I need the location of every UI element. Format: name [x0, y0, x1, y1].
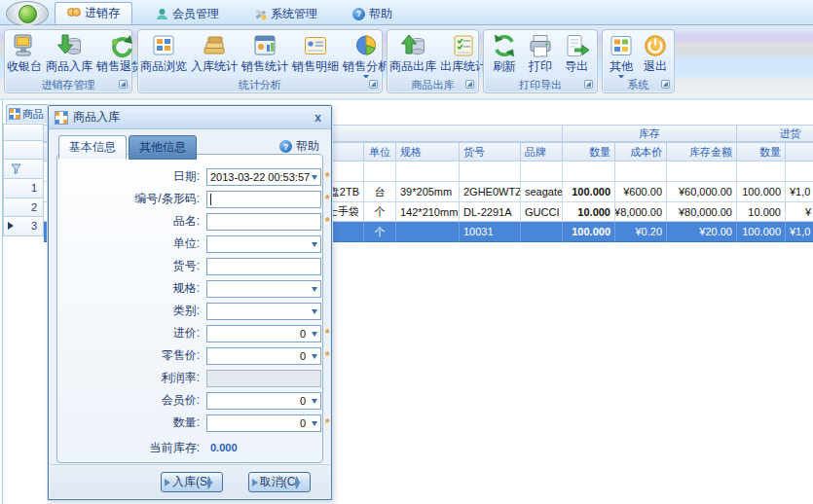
- column-header-unit[interactable]: 单位: [364, 142, 396, 162]
- cashier-button[interactable]: 收银台: [5, 32, 44, 74]
- field-row-barcode: 编号/条形码: *: [57, 188, 322, 210]
- filter-cell[interactable]: [460, 162, 521, 182]
- goods-stock-out-button[interactable]: 商品出库: [388, 32, 438, 74]
- column-header-brand[interactable]: 品牌: [521, 142, 563, 162]
- filter-cell[interactable]: [364, 162, 396, 182]
- column-header-spec[interactable]: 规格: [396, 142, 460, 162]
- row-selector-2[interactable]: 2: [3, 198, 44, 217]
- item-code-input[interactable]: [206, 258, 321, 275]
- row-header-corner[interactable]: [3, 124, 44, 141]
- barcode-input[interactable]: [206, 191, 321, 208]
- purchase-price-spinner[interactable]: 0: [206, 325, 321, 342]
- refresh-icon: [491, 33, 518, 59]
- member-price-spinner[interactable]: 0: [206, 392, 321, 410]
- filter-cell[interactable]: [521, 162, 563, 182]
- field-row-spec: 规格:: [57, 277, 322, 300]
- sales-analysis-button[interactable]: 销售分析: [341, 32, 391, 83]
- refresh-button[interactable]: 刷新: [489, 32, 520, 74]
- field-label: 品名:: [57, 213, 206, 230]
- export-doc-icon: [563, 33, 590, 59]
- filter-cell[interactable]: [615, 162, 667, 182]
- product-name-input[interactable]: [206, 213, 321, 231]
- dialog-title: 商品入库: [73, 109, 306, 126]
- profit-rate-input-disabled: [206, 370, 321, 387]
- other-button[interactable]: 其他: [606, 32, 637, 83]
- quantity-spinner[interactable]: 0: [206, 414, 321, 432]
- grid-browse-icon: [150, 33, 177, 59]
- dialog-launcher-icon[interactable]: [661, 80, 670, 89]
- unit-combo[interactable]: [206, 235, 321, 253]
- column-header-code[interactable]: 货号: [460, 142, 521, 162]
- sales-stats-button[interactable]: 销售统计: [240, 32, 290, 74]
- dialog-launcher-icon[interactable]: [584, 80, 593, 89]
- column-header-extra[interactable]: [786, 142, 813, 162]
- ribbon-group-stock-out: 商品出库 出库统计 商品出库: [387, 29, 479, 93]
- spec-combo[interactable]: [206, 280, 321, 298]
- stock-out-stats-button[interactable]: 出库统计: [438, 32, 489, 74]
- help-link[interactable]: ? 帮助: [279, 138, 319, 155]
- band-purchase[interactable]: 进货: [737, 125, 813, 142]
- filter-row-header[interactable]: [3, 159, 44, 179]
- filter-cell[interactable]: [737, 162, 786, 182]
- date-combo[interactable]: 2013-03-22 00:53:57: [206, 168, 321, 186]
- column-header-amount[interactable]: 库存金额: [667, 142, 737, 162]
- ribbon-body: 收银台 商品入库 销售退货 进销存管理 商品浏览: [0, 25, 813, 99]
- tab-other-info[interactable]: 其他信息: [129, 135, 197, 160]
- document-tab-goods[interactable]: 商品: [6, 104, 49, 123]
- row-selector-3-current[interactable]: 3: [3, 216, 44, 236]
- stock-in-icon: [55, 33, 83, 59]
- ribbon-tab-system[interactable]: 系统管理: [242, 4, 329, 24]
- field-label: 进价:: [57, 325, 206, 342]
- cancel-button[interactable]: 取消(C): [248, 472, 311, 492]
- sales-detail-button[interactable]: 销售明细: [290, 32, 341, 74]
- app-window: { "colors": { "accent_text": "#15428b", …: [0, 0, 813, 504]
- group-caption: 打印导出: [519, 79, 562, 90]
- exit-button[interactable]: 退出: [640, 32, 671, 74]
- column-header-qty2[interactable]: 数量: [737, 142, 786, 162]
- filter-cell[interactable]: [786, 162, 813, 182]
- field-label: 单位:: [57, 235, 206, 252]
- group-caption: 进销存管理: [42, 79, 95, 90]
- retail-price-spinner[interactable]: 0: [206, 347, 321, 365]
- close-icon[interactable]: x: [311, 111, 325, 125]
- dialog-launcher-icon[interactable]: [465, 80, 474, 89]
- ribbon-tab-members[interactable]: 会员管理: [144, 4, 231, 24]
- ribbon-group-psi-management: 收银台 商品入库 销售退货 进销存管理: [4, 29, 132, 93]
- dialog-title-bar[interactable]: 商品入库 x: [49, 106, 331, 129]
- application-orb-button[interactable]: [6, 1, 49, 26]
- ribbon-tab-purchase-sale-inventory[interactable]: 进销存: [55, 2, 132, 24]
- ribbon-bottom-strip: [0, 98, 813, 100]
- stock-out-icon: [399, 33, 426, 59]
- current-row-arrow-icon: [8, 222, 18, 230]
- print-button[interactable]: 打印: [525, 32, 556, 74]
- field-label: 日期:: [57, 168, 206, 185]
- stock-in-stats-button[interactable]: 入库统计: [189, 32, 240, 74]
- column-header-qty[interactable]: 数量: [563, 142, 615, 162]
- dialog-launcher-icon[interactable]: [369, 80, 378, 89]
- pie-chart-icon: [352, 33, 380, 59]
- row-header-corner[interactable]: [3, 140, 44, 160]
- dialog-launcher-icon[interactable]: [119, 80, 128, 89]
- tab-basic-info[interactable]: 基本信息: [58, 135, 127, 160]
- coins-icon: [67, 3, 81, 23]
- chevron-down-icon: [312, 309, 317, 317]
- ribbon-tab-help[interactable]: ? 帮助: [341, 4, 404, 24]
- filter-cell[interactable]: [667, 162, 737, 182]
- category-combo[interactable]: [206, 303, 321, 320]
- goods-stock-in-button[interactable]: 商品入库: [44, 32, 94, 74]
- band-stock[interactable]: 库存: [563, 125, 737, 142]
- column-header-cost[interactable]: 成本价: [615, 142, 667, 162]
- required-marker: *: [325, 193, 330, 206]
- stock-in-confirm-button[interactable]: 入库(S): [161, 472, 223, 492]
- goods-browse-button[interactable]: 商品浏览: [138, 32, 189, 74]
- stock-in-dialog: 商品入库 x 基本信息 其他信息 ? 帮助 日期: 2013-03-22 00:…: [48, 105, 332, 500]
- ribbon: 进销存 会员管理 系统管理 ? 帮助 收银台 商品入库: [0, 0, 813, 98]
- filter-cell[interactable]: [396, 162, 460, 182]
- filter-funnel-icon: [11, 163, 21, 174]
- export-button[interactable]: 导出: [561, 32, 592, 74]
- field-label: 数量:: [57, 414, 206, 431]
- filter-cell[interactable]: [563, 162, 615, 182]
- ribbon-group-statistics: 商品浏览 入库统计 销售统计 销售明细 销售分析: [137, 29, 383, 93]
- required-marker: *: [325, 215, 330, 229]
- row-selector-1[interactable]: 1: [3, 178, 44, 198]
